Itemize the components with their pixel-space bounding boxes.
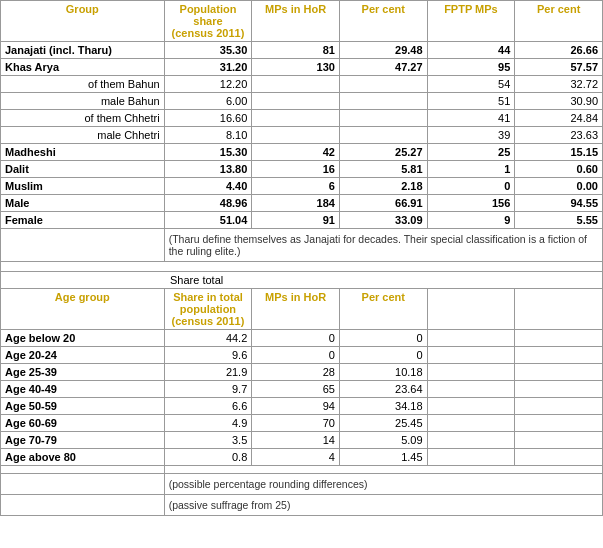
age-empty2: [515, 449, 603, 466]
table-row: Age 40-49 9.7 65 23.64: [1, 381, 603, 398]
col2-share: Share in totalpopulation(census 2011): [164, 289, 252, 330]
fptp-per-val: 26.66: [515, 42, 603, 59]
table-row: Age below 20 44.2 0 0: [1, 330, 603, 347]
age-empty1: [427, 364, 515, 381]
pop-share-val: 35.30: [164, 42, 252, 59]
fptp-per-val: 0.00: [515, 178, 603, 195]
pop-share-val: 15.30: [164, 144, 252, 161]
col2-empty1: [427, 289, 515, 330]
table2-note1: (possible percentage rounding difference…: [164, 474, 602, 495]
fptp-mps-val: 41: [427, 110, 515, 127]
age-mps-val: 4: [252, 449, 340, 466]
age-empty1: [427, 347, 515, 364]
col-group: Group: [1, 1, 165, 42]
pop-share-val: 8.10: [164, 127, 252, 144]
age-per-cent-val: 25.45: [339, 415, 427, 432]
table-row: Dalit 13.80 16 5.81 1 0.60: [1, 161, 603, 178]
age-empty2: [515, 381, 603, 398]
pop-share-val: 13.80: [164, 161, 252, 178]
fptp-mps-val: 44: [427, 42, 515, 59]
pop-share-val: 48.96: [164, 195, 252, 212]
fptp-per-val: 23.63: [515, 127, 603, 144]
col2-empty2: [515, 289, 603, 330]
age-empty2: [515, 432, 603, 449]
col-mps-hor: MPs in HoR: [252, 1, 340, 42]
age-mps-val: 70: [252, 415, 340, 432]
table-row: male Bahun 6.00 51 30.90: [1, 93, 603, 110]
age-per-cent-val: 1.45: [339, 449, 427, 466]
col-per-cent-2: Per cent: [515, 1, 603, 42]
table-row: Male 48.96 184 66.91 156 94.55: [1, 195, 603, 212]
age-share-val: 21.9: [164, 364, 252, 381]
note2-row3: (passive suffrage from 25): [1, 495, 603, 516]
group-label: male Bahun: [1, 93, 165, 110]
fptp-per-val: 15.15: [515, 144, 603, 161]
fptp-per-val: 0.60: [515, 161, 603, 178]
table-row: Female 51.04 91 33.09 9 5.55: [1, 212, 603, 229]
age-share-val: 9.6: [164, 347, 252, 364]
fptp-per-val: 94.55: [515, 195, 603, 212]
age-empty2: [515, 347, 603, 364]
age-mps-val: 14: [252, 432, 340, 449]
age-mps-val: 94: [252, 398, 340, 415]
age-empty2: [515, 364, 603, 381]
mps-hor-val: 91: [252, 212, 340, 229]
spacer-row: [1, 262, 603, 272]
note-spacer: [1, 229, 165, 262]
table-row: Age 25-39 21.9 28 10.18: [1, 364, 603, 381]
note2-spacer2: [1, 474, 165, 495]
table1-header: Group Population share(census 2011) MPs …: [1, 1, 603, 42]
mps-hor-val: [252, 93, 340, 110]
table-row: Madheshi 15.30 42 25.27 25 15.15: [1, 144, 603, 161]
mps-hor-val: [252, 76, 340, 93]
group-label: Khas Arya: [1, 59, 165, 76]
fptp-mps-val: 39: [427, 127, 515, 144]
table-row: Muslim 4.40 6 2.18 0 0.00: [1, 178, 603, 195]
fptp-mps-val: 9: [427, 212, 515, 229]
per-cent-val: [339, 76, 427, 93]
fptp-mps-val: 51: [427, 93, 515, 110]
per-cent-val: [339, 110, 427, 127]
table2-note2: (passive suffrage from 25): [164, 495, 602, 516]
age-group-label: Age 20-24: [1, 347, 165, 364]
mps-hor-val: 184: [252, 195, 340, 212]
age-mps-val: 28: [252, 364, 340, 381]
table-row: of them Chhetri 16.60 41 24.84: [1, 110, 603, 127]
mps-hor-val: 16: [252, 161, 340, 178]
group-label: of them Bahun: [1, 76, 165, 93]
per-cent-val: 5.81: [339, 161, 427, 178]
mps-hor-val: 81: [252, 42, 340, 59]
age-empty1: [427, 432, 515, 449]
age-per-cent-val: 5.09: [339, 432, 427, 449]
age-share-val: 6.6: [164, 398, 252, 415]
age-per-cent-val: 23.64: [339, 381, 427, 398]
group-label: Female: [1, 212, 165, 229]
note2-row1: [1, 466, 603, 474]
table-row: Age 70-79 3.5 14 5.09: [1, 432, 603, 449]
pop-share-val: 31.20: [164, 59, 252, 76]
age-group-label: Age 60-69: [1, 415, 165, 432]
group-label: of them Chhetri: [1, 110, 165, 127]
mps-hor-val: 6: [252, 178, 340, 195]
table-row: Janajati (incl. Tharu) 35.30 81 29.48 44…: [1, 42, 603, 59]
fptp-per-val: 32.72: [515, 76, 603, 93]
pop-share-val: 51.04: [164, 212, 252, 229]
age-group-label: Age 40-49: [1, 381, 165, 398]
col-per-cent-1: Per cent: [339, 1, 427, 42]
age-empty1: [427, 398, 515, 415]
table2-header: Age group Share in totalpopulation(censu…: [1, 289, 603, 330]
mps-hor-val: 42: [252, 144, 340, 161]
group-label: Muslim: [1, 178, 165, 195]
table-row: Age 50-59 6.6 94 34.18: [1, 398, 603, 415]
group-label: Male: [1, 195, 165, 212]
fptp-mps-val: 156: [427, 195, 515, 212]
age-empty1: [427, 381, 515, 398]
mps-hor-val: [252, 127, 340, 144]
per-cent-val: 29.48: [339, 42, 427, 59]
age-per-cent-val: 0: [339, 347, 427, 364]
fptp-mps-val: 25: [427, 144, 515, 161]
age-share-val: 3.5: [164, 432, 252, 449]
age-share-val: 9.7: [164, 381, 252, 398]
per-cent-val: [339, 93, 427, 110]
age-mps-val: 0: [252, 347, 340, 364]
